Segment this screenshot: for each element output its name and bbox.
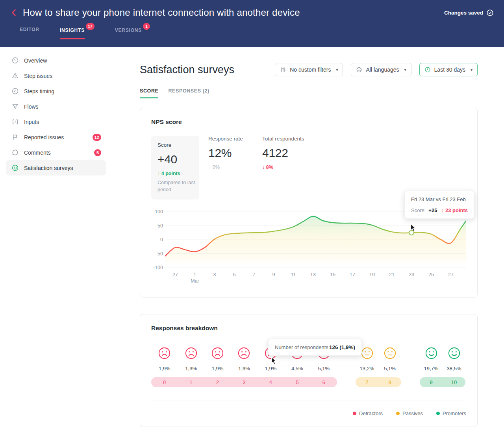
breakdown-tooltip-value: 126 (1,9%) [329, 344, 355, 350]
save-status-label: Changes saved [444, 10, 483, 16]
sidebar-item-satisfaction-surveys[interactable]: Satisfaction surveys [6, 160, 106, 176]
nps-card-title: NPS score [151, 118, 466, 126]
legend-passives: Passives [396, 410, 423, 416]
scale-number-4: 4 [258, 377, 284, 387]
sidebar-item-label: Step issues [24, 73, 52, 79]
legend-label: Detractors [359, 410, 383, 416]
svg-text:0: 0 [160, 237, 163, 242]
passives-scale-pill: 78 [356, 377, 401, 387]
sidebar-nav: OverviewStep issuesSteps timingFlowsInpu… [0, 53, 112, 176]
filter-bar: No custom filters▾All languages▾Last 30 … [275, 63, 478, 76]
filter-label: All languages [366, 67, 399, 73]
promoters-scale-pill: 910 [420, 377, 465, 387]
chart-tooltip-date: Fri 23 Mar vs Fri 23 Feb [411, 196, 468, 202]
filter-label: No custom filters [290, 67, 331, 73]
section-title: Satisfaction surveys [140, 64, 234, 76]
score-tabs: SCORERESPONSES (2) [140, 88, 478, 98]
legend-dot [436, 412, 440, 415]
tab-label: EDITOR [20, 27, 39, 39]
legend-detractors: Detractors [353, 410, 383, 416]
total-respondents-label: Total respondents [262, 136, 307, 142]
score-face-2[interactable] [204, 347, 231, 361]
sidebar-item-comments[interactable]: Comments5 [6, 145, 106, 160]
score-face-9[interactable] [420, 347, 443, 361]
scale-number-7: 7 [356, 377, 378, 387]
score-3-percent: 1,9% [231, 366, 257, 371]
responses-breakdown-card: Responses breakdown 1,9%1,3%1,9%1,9%1,9%… [140, 314, 478, 427]
svg-text:27: 27 [448, 272, 454, 277]
svg-text:50: 50 [158, 223, 163, 229]
score-face-8[interactable] [378, 347, 401, 361]
svg-text:100: 100 [155, 209, 163, 214]
sidebar-item-label: Inputs [24, 119, 39, 125]
scale-number-8: 8 [378, 377, 401, 387]
filter-all-languages[interactable]: All languages▾ [351, 63, 411, 76]
header-tabs: EDITORINSIGHTS17VERSIONS1 [20, 27, 504, 39]
svg-text:23: 23 [409, 272, 414, 277]
sidebar-item-flows[interactable]: Flows [6, 99, 106, 114]
page-title: How to share your phone internet connect… [23, 7, 444, 18]
chart-tooltip-value: +25 [428, 207, 437, 213]
svg-text:17: 17 [350, 272, 355, 277]
scale-number-1: 1 [178, 377, 204, 387]
breakdown-group-promoters: 19,7%38,5%910 [420, 347, 465, 387]
sad-face-icon [185, 347, 198, 361]
scale-number-3: 3 [231, 377, 257, 387]
svg-text:15: 15 [330, 272, 335, 277]
response-rate-delta: − 0% [208, 164, 253, 170]
sidebar-item-overview[interactable]: Overview [6, 53, 106, 68]
chevron-left-icon [10, 8, 17, 17]
score-face-0[interactable] [151, 347, 178, 361]
sad-face-icon [158, 347, 171, 361]
scale-number-2: 2 [204, 377, 231, 387]
back-button[interactable] [9, 7, 19, 18]
tab-responses-2[interactable]: RESPONSES (2) [168, 88, 209, 98]
breakdown-tooltip: Number of respondents 126 (1,9%) [268, 339, 362, 356]
sidebar-item-steps-timing[interactable]: Steps timing [6, 83, 106, 99]
chevron-down-icon: ▾ [471, 68, 472, 72]
svg-text:19: 19 [369, 272, 375, 277]
filter-no-custom-filters[interactable]: No custom filters▾ [275, 63, 343, 76]
tab-editor[interactable]: EDITOR [20, 27, 39, 39]
sidebar-item-reported-issues[interactable]: Reported issues12 [6, 129, 106, 145]
tab-score[interactable]: SCORE [140, 88, 158, 98]
score-10-percent: 38,5% [443, 366, 465, 371]
score-1-percent: 1,3% [178, 366, 204, 371]
svg-text:27: 27 [172, 272, 178, 277]
score-2-percent: 1,9% [204, 366, 231, 371]
svg-text:1: 1 [194, 272, 196, 277]
scale-number-6: 6 [311, 377, 337, 387]
warning-icon [11, 72, 19, 79]
scale-number-0: 0 [151, 377, 178, 387]
score-face-3[interactable] [231, 347, 257, 361]
tab-versions[interactable]: VERSIONS1 [115, 27, 150, 39]
score-4-percent: 1,9% [258, 366, 284, 371]
svg-text:Mar: Mar [191, 278, 199, 284]
chevron-down-icon: ▾ [404, 68, 406, 72]
tab-label: VERSIONS [115, 28, 142, 39]
scale-number-9: 9 [420, 377, 443, 387]
globe-icon [356, 67, 362, 73]
filter-last-30-days[interactable]: Last 30 days▾ [419, 63, 478, 76]
sidebar-item-label: Flows [24, 103, 39, 110]
tab-badge: 1 [143, 23, 150, 30]
funnel-icon [11, 103, 19, 110]
legend-label: Promoters [443, 410, 466, 416]
tab-insights[interactable]: INSIGHTS17 [60, 27, 94, 39]
score-stat-box: Score +40 ↑ 4 points Compared to last pe… [151, 136, 199, 200]
sad-face-icon [237, 347, 250, 361]
score-label: Score [158, 142, 193, 148]
score-face-1[interactable] [178, 347, 204, 361]
sidebar-item-inputs[interactable]: Inputs [6, 114, 106, 129]
clock-icon [424, 67, 431, 73]
sidebar: OverviewStep issuesSteps timingFlowsInpu… [0, 47, 112, 438]
score-9-percent: 19,7% [420, 366, 443, 371]
sidebar-item-step-issues[interactable]: Step issues [6, 68, 106, 83]
svg-text:3: 3 [213, 272, 216, 277]
neutral-face-icon [384, 347, 397, 361]
sidebar-item-label: Overview [24, 57, 47, 64]
sad-face-icon [211, 347, 224, 361]
gauge-icon [11, 57, 19, 64]
score-face-10[interactable] [443, 347, 465, 361]
comment-icon [11, 149, 19, 156]
